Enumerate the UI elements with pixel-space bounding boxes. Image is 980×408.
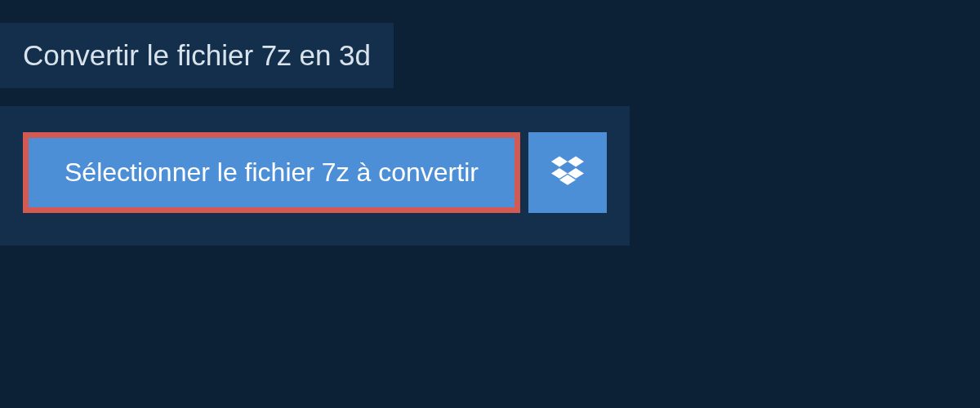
header-bar: Convertir le fichier 7z en 3d [0, 23, 394, 88]
page-title: Convertir le fichier 7z en 3d [23, 39, 371, 72]
select-file-button[interactable]: Sélectionner le fichier 7z à convertir [23, 132, 520, 213]
dropbox-icon [551, 155, 584, 190]
upload-panel: Sélectionner le fichier 7z à convertir [0, 106, 630, 246]
dropbox-button[interactable] [528, 132, 607, 213]
select-file-label: Sélectionner le fichier 7z à convertir [65, 157, 479, 188]
